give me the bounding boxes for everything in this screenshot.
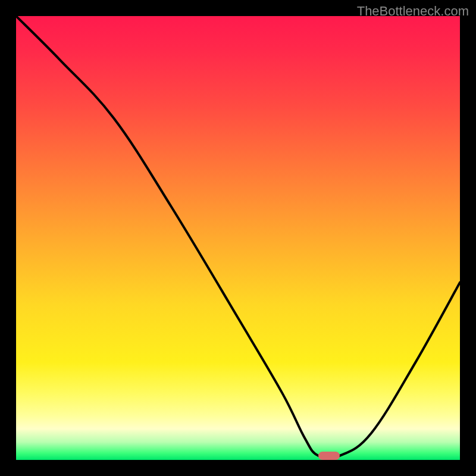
watermark-text: TheBottleneck.com [357,4,469,19]
optimal-marker [318,452,340,460]
bottleneck-curve [16,16,460,460]
chart-plot-area [16,16,460,460]
